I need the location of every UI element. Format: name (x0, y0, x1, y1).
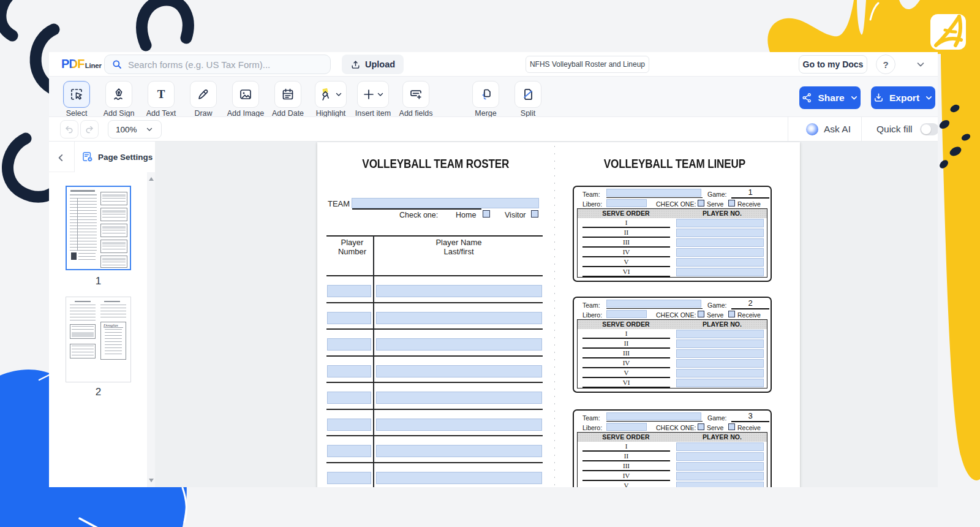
player-no-field[interactable] (676, 330, 764, 338)
receive-checkbox[interactable] (728, 311, 735, 317)
home-checkbox[interactable] (483, 210, 490, 218)
player-no-field[interactable] (676, 258, 764, 267)
collapse-sidebar-button[interactable] (53, 150, 69, 165)
player-number-field[interactable] (327, 472, 371, 484)
svg-text:T: T (157, 88, 165, 100)
player-no-field[interactable] (676, 248, 764, 257)
serve-order-row: III (578, 238, 767, 248)
header-collapse-button[interactable] (915, 59, 926, 72)
help-button[interactable]: ? (876, 55, 895, 74)
serve-rows: IIIIIIIVVVI (578, 329, 767, 388)
page-settings-tab[interactable]: Page Settings (75, 142, 155, 172)
roster-row (326, 276, 543, 303)
game-underline (731, 197, 769, 199)
tool-split[interactable]: Split (502, 81, 554, 118)
undo-button[interactable] (60, 120, 78, 138)
game-label: Game: (707, 191, 727, 198)
upload-button[interactable]: Upload (342, 55, 404, 74)
redo-button[interactable] (80, 120, 99, 138)
libero-field[interactable] (606, 423, 647, 431)
player-number-field[interactable] (327, 365, 371, 377)
player-number-field[interactable] (327, 392, 371, 404)
share-button[interactable]: Share (799, 86, 861, 109)
player-no-field[interactable] (676, 339, 764, 348)
page-thumbnail-2[interactable]: Douglas (66, 297, 131, 382)
document-title-chip[interactable]: NFHS Volleyball Roster and Lineup (526, 56, 649, 73)
player-no-field[interactable] (676, 349, 764, 358)
serve-order-numeral: III (582, 462, 670, 469)
player-no-field[interactable] (676, 482, 764, 487)
player-no-field[interactable] (676, 229, 764, 237)
player-name-field[interactable] (376, 392, 542, 404)
tool-add-fields[interactable]: Add fields (390, 81, 442, 118)
export-button[interactable]: Export (871, 86, 935, 109)
serve-checkbox[interactable] (698, 311, 704, 317)
player-number-field[interactable] (327, 285, 371, 297)
player-name-field[interactable] (376, 338, 542, 351)
app-header: PDF Liner Search forms (e.g. US Tax Form… (49, 52, 938, 77)
serve-order-numeral: IV (582, 359, 670, 366)
search-placeholder: Search forms (e.g. US Tax Form)... (128, 59, 270, 70)
page-thumbnail-1[interactable] (66, 186, 131, 270)
libero-field[interactable] (606, 199, 647, 207)
game-number: 3 (731, 411, 769, 420)
player-name-field[interactable] (376, 445, 542, 457)
search-input[interactable]: Search forms (e.g. US Tax Form)... (104, 55, 331, 74)
ask-ai-button[interactable]: Ask AI (806, 117, 851, 141)
serve-order-header: SERVE ORDER (583, 433, 669, 441)
player-no-field[interactable] (676, 472, 764, 480)
lineup-game-box: Team: Game: 1 Libero: CHECK ONE: Serve R… (573, 186, 772, 282)
sidebar-scrollbar[interactable] (147, 172, 155, 487)
receive-checkbox[interactable] (728, 423, 735, 430)
game-number: 2 (731, 298, 769, 308)
player-no-field[interactable] (676, 268, 764, 276)
team-field[interactable] (606, 189, 701, 197)
quick-fill-control: Quick fill (876, 117, 938, 141)
redo-icon (84, 124, 95, 135)
serve-checkbox[interactable] (698, 200, 704, 207)
pdfliner-logo[interactable]: PDF Liner (61, 57, 102, 71)
visitor-checkbox[interactable] (531, 210, 538, 218)
chevron-down-icon (334, 90, 343, 99)
scroll-up-arrow[interactable] (149, 177, 154, 181)
serve-order-numeral: III (582, 349, 670, 357)
player-number-field[interactable] (327, 419, 371, 431)
receive-checkbox[interactable] (728, 200, 735, 207)
zoom-select[interactable]: 100% (108, 120, 162, 138)
player-number-field[interactable] (327, 312, 371, 324)
team-field[interactable] (352, 198, 539, 208)
player-no-field[interactable] (676, 219, 764, 227)
serve-checkbox[interactable] (698, 423, 704, 430)
player-name-field[interactable] (376, 365, 542, 377)
serve-order-row: III (578, 349, 767, 358)
quick-fill-toggle[interactable] (920, 123, 938, 135)
player-name-field[interactable] (376, 312, 542, 324)
team-field[interactable] (606, 300, 701, 308)
player-no-field[interactable] (676, 462, 764, 471)
serve-rows: IIIIIIIVVVI (578, 442, 767, 487)
player-no-field[interactable] (676, 369, 764, 377)
plus-icon (362, 88, 375, 101)
receive-label: Receive (737, 424, 761, 431)
player-name-field[interactable] (376, 472, 542, 484)
serve-order-numeral: III (582, 238, 670, 246)
go-to-my-docs-button[interactable]: Go to my Docs (799, 55, 867, 74)
player-no-field[interactable] (676, 359, 764, 368)
player-number-field[interactable] (327, 338, 371, 351)
player-no-field[interactable] (676, 452, 764, 461)
player-name-field[interactable] (376, 419, 542, 431)
player-no-field[interactable] (676, 379, 764, 387)
player-name-field[interactable] (376, 285, 542, 297)
libero-field[interactable] (606, 310, 647, 318)
serve-order-numeral: II (582, 229, 670, 236)
player-no-field[interactable] (676, 238, 764, 247)
player-no-field[interactable] (676, 442, 764, 451)
roster-rows (326, 276, 543, 487)
scroll-down-arrow[interactable] (149, 479, 154, 482)
player-number-field[interactable] (327, 445, 371, 457)
serve-label: Serve (707, 424, 723, 431)
serve-order-numeral: V (582, 369, 670, 376)
serve-label: Serve (707, 311, 723, 319)
team-field[interactable] (606, 412, 701, 420)
search-icon (111, 59, 123, 70)
